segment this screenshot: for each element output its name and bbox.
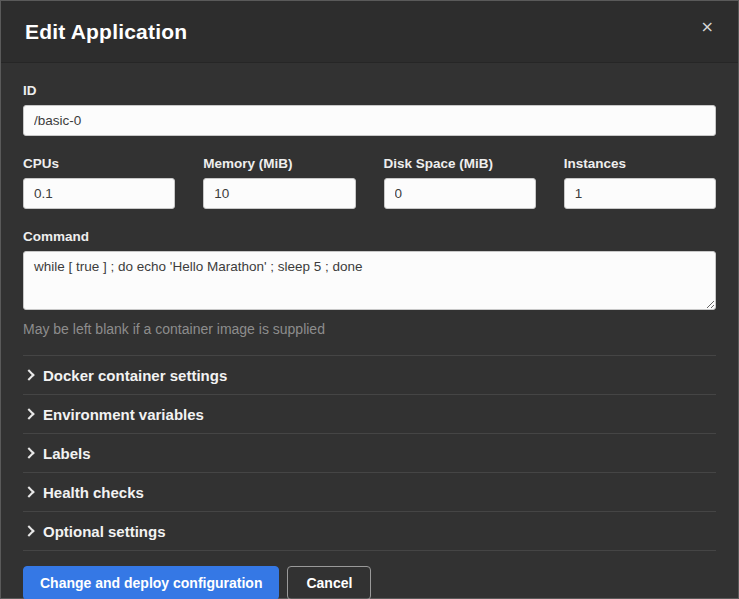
disk-field-label: Disk Space (MiB) — [384, 156, 536, 171]
instances-field-label: Instances — [564, 156, 716, 171]
cpus-field-group: CPUs — [23, 156, 175, 209]
disk-input[interactable] — [384, 178, 536, 209]
id-field-label: ID — [23, 83, 716, 98]
cpus-field-label: CPUs — [23, 156, 175, 171]
chevron-right-icon — [23, 408, 34, 419]
cpus-input[interactable] — [23, 178, 175, 209]
disk-field-group: Disk Space (MiB) — [384, 156, 536, 209]
id-input[interactable] — [23, 105, 716, 136]
change-and-deploy-button[interactable]: Change and deploy configuration — [23, 566, 279, 599]
section-label: Docker container settings — [43, 367, 227, 384]
chevron-right-icon — [23, 525, 34, 536]
modal-footer: Change and deploy configuration Cancel — [1, 551, 738, 599]
section-label: Labels — [43, 445, 91, 462]
section-label: Health checks — [43, 484, 144, 501]
command-help-text: May be left blank if a container image i… — [23, 321, 716, 337]
modal-body: ID CPUs Memory (MiB) Disk Space (MiB) In… — [1, 63, 738, 551]
edit-application-modal: Edit Application × ID CPUs Memory (MiB) … — [0, 0, 739, 599]
memory-field-group: Memory (MiB) — [203, 156, 355, 209]
modal-title: Edit Application — [25, 20, 187, 44]
chevron-right-icon — [23, 486, 34, 497]
memory-input[interactable] — [203, 178, 355, 209]
chevron-right-icon — [23, 447, 34, 458]
section-optional-settings[interactable]: Optional settings — [23, 512, 716, 551]
command-field-label: Command — [23, 229, 716, 244]
section-docker-container-settings[interactable]: Docker container settings — [23, 356, 716, 395]
instances-field-group: Instances — [564, 156, 716, 209]
id-field-group: ID — [23, 83, 716, 136]
section-label: Optional settings — [43, 523, 166, 540]
section-label: Environment variables — [43, 406, 204, 423]
modal-header: Edit Application × — [1, 1, 738, 63]
memory-field-label: Memory (MiB) — [203, 156, 355, 171]
command-field-group: Command while [ true ] ; do echo 'Hello … — [23, 229, 716, 337]
resource-fields-row: CPUs Memory (MiB) Disk Space (MiB) Insta… — [23, 156, 716, 209]
section-environment-variables[interactable]: Environment variables — [23, 395, 716, 434]
section-labels[interactable]: Labels — [23, 434, 716, 473]
section-health-checks[interactable]: Health checks — [23, 473, 716, 512]
close-icon[interactable]: × — [697, 15, 718, 39]
command-textarea[interactable]: while [ true ] ; do echo 'Hello Marathon… — [23, 251, 716, 310]
chevron-right-icon — [23, 369, 34, 380]
cancel-button[interactable]: Cancel — [287, 566, 371, 599]
instances-input[interactable] — [564, 178, 716, 209]
